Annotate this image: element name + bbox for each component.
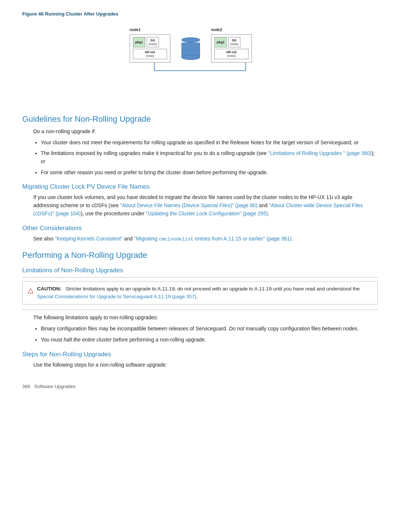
steps-heading: Steps for Non-Rolling Upgrades: [22, 351, 378, 358]
caution-box: △ CAUTION: Stricter limitations apply to…: [22, 281, 378, 305]
halt-cluster-text: halt the entire cluster: [64, 337, 112, 343]
node2-box: pkg2 SG (new) HP-UX (new): [211, 34, 252, 63]
caution-text: Stricter limitations apply to an upgrade…: [37, 286, 360, 299]
node1-pkg: pkg1: [133, 37, 145, 47]
caution-icon: △: [28, 286, 33, 294]
bullet-2-or: or: [41, 158, 45, 164]
node2-label: node2: [211, 28, 222, 32]
connector-lines: [130, 63, 270, 74]
limitations-bullets: Binary configuration files may be incomp…: [41, 325, 378, 344]
other-considerations-heading: Other Considerations: [22, 225, 378, 232]
limitations-intro: The following limitations apply to non-r…: [33, 314, 378, 322]
node2-hpux: HP-UX (new): [214, 49, 249, 59]
node2-container: node2 pkg2 SG (new) HP-UX (new): [211, 34, 252, 63]
keeping-kernels-link[interactable]: "Keeping Kernels Consistent": [55, 236, 123, 242]
db-bottom: [181, 55, 200, 60]
page-footer: 366 Software Upgrades: [22, 384, 378, 389]
migrating-cmclnodelist-link[interactable]: "Migrating cmclnodelist entries from A.1…: [134, 236, 291, 242]
bullet-2: The limitations imposed by rolling upgra…: [41, 149, 378, 165]
caution-label: CAUTION:: [37, 286, 61, 292]
bullet-1: Your cluster does not meet the requireme…: [41, 139, 378, 147]
figure-area: node1 pkg1 SG (new) HP-UX (new): [22, 23, 378, 96]
figure-caption: Figure 46 Running Cluster After Upgrades: [22, 11, 378, 17]
performing-heading: Performing a Non-Rolling Upgrade: [22, 247, 378, 260]
db-top: [181, 37, 200, 43]
limitations-bullet-1: Binary configuration files may be incomp…: [41, 325, 378, 333]
node1-hpux: HP-UX (new): [133, 49, 167, 59]
node1-label: node1: [130, 28, 140, 32]
node1-box: pkg1 SG (new) HP-UX (new): [130, 34, 170, 63]
node1-container: node1 pkg1 SG (new) HP-UX (new): [130, 34, 170, 63]
database-cylinder: [181, 37, 200, 60]
caution-content: CAUTION: Stricter limitations apply to a…: [37, 285, 372, 301]
other-considerations-body: See also "Keeping Kernels Consistent" an…: [33, 235, 378, 243]
footer-text: Software Upgrades: [34, 384, 76, 389]
caution-bottom-divider: [22, 310, 378, 310]
caution-top-divider: [22, 277, 378, 277]
page-number: 366: [22, 384, 30, 389]
cmclnodelist-code: cmclnodelist: [159, 236, 194, 242]
device-file-names-link[interactable]: "About Device File Names (Device Special…: [120, 202, 257, 208]
cluster-lock-config-link[interactable]: "Updating the Cluster Lock Configuration…: [146, 211, 268, 216]
limitations-bullet-2: You must halt the entire cluster before …: [41, 336, 378, 344]
limitations-nonrolling-heading: Limitations of Non-Rolling Upgrades: [22, 267, 378, 274]
migrating-body: If you use cluster lock volumes, and you…: [33, 193, 378, 218]
steps-intro: Use the following steps for a non-rollin…: [33, 361, 378, 369]
limitations-rolling-link[interactable]: "Limitations of Rolling Upgrades " (page…: [268, 150, 371, 156]
node2-pkg: pkg2: [214, 37, 227, 47]
cluster-diagram: node1 pkg1 SG (new) HP-UX (new): [130, 27, 270, 88]
migrating-heading: Migrating Cluster Lock PV Device File Na…: [22, 183, 378, 191]
bullet-1-or: or: [354, 139, 358, 145]
guidelines-heading: Guidelines for Non-Rolling Upgrade: [22, 111, 378, 124]
node2-sg: SG (new): [228, 37, 240, 47]
special-considerations-link[interactable]: Special Considerations for Upgrade to Se…: [37, 294, 196, 299]
guidelines-intro: Do a non-rolling upgrade if:: [33, 128, 378, 136]
bullet-3: For some other reason you need or prefer…: [41, 169, 378, 177]
do-not-text: Do not: [229, 326, 244, 331]
node1-sg: SG (new): [147, 37, 159, 47]
guidelines-bullets: Your cluster does not meet the requireme…: [41, 139, 378, 177]
